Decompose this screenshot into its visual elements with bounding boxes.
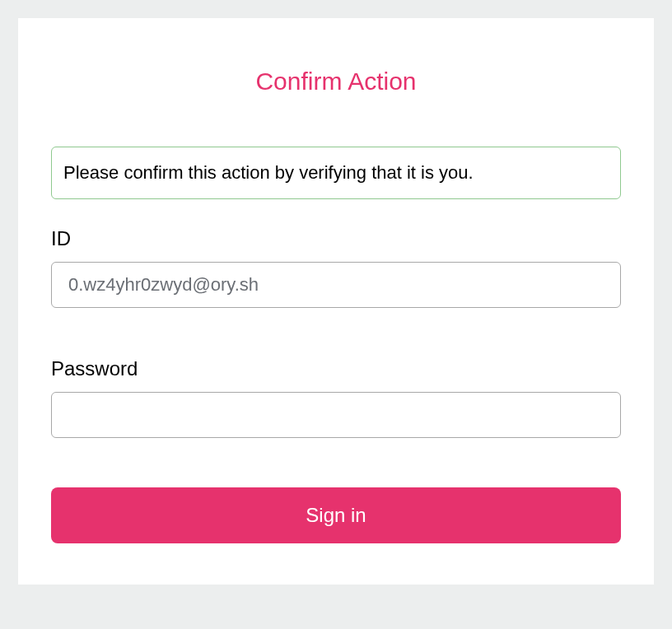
id-label: ID	[51, 227, 621, 250]
confirm-action-card: Confirm Action Please confirm this actio…	[18, 18, 654, 585]
sign-in-button[interactable]: Sign in	[51, 487, 621, 543]
password-input[interactable]	[51, 392, 621, 438]
id-input[interactable]	[51, 262, 621, 308]
password-field-group: Password	[51, 357, 621, 438]
page-title: Confirm Action	[51, 68, 621, 96]
id-field-group: ID	[51, 227, 621, 308]
info-message: Please confirm this action by verifying …	[51, 147, 621, 199]
password-label: Password	[51, 357, 621, 380]
